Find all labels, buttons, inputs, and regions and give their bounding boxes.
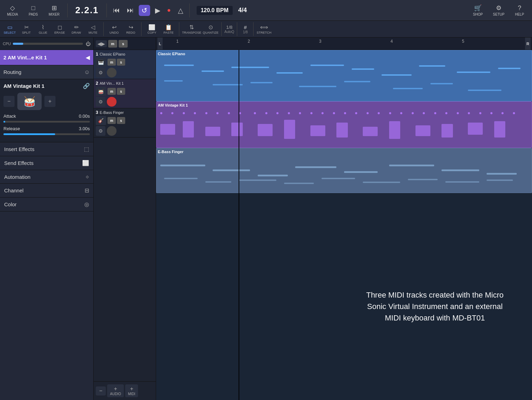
pads-button[interactable]: □ PADS: [24, 2, 42, 19]
track-2-instrument-icon[interactable]: 🥁: [96, 87, 106, 96]
mixer-button[interactable]: ⊞ MIXER: [45, 2, 63, 19]
track-1-record[interactable]: [107, 68, 117, 77]
separator-3: [189, 3, 190, 17]
copy-button[interactable]: ⬜ COPY: [144, 22, 160, 36]
attack-fill: [3, 121, 5, 123]
shop-button[interactable]: 🛒 SHOP: [469, 2, 487, 19]
track-1-settings[interactable]: ⚙: [96, 68, 105, 77]
redo-button[interactable]: ↪ REDO: [123, 22, 138, 36]
undo-button[interactable]: ↩ UNDO: [106, 22, 122, 36]
track-3-record[interactable]: [107, 126, 117, 136]
cpu-track: [13, 43, 83, 45]
track-selector-arrow: ◀: [86, 54, 90, 61]
quantize-button[interactable]: ⊙ QUANTIZE: [203, 22, 219, 36]
instrument-header: AM Vintage Kit 1 🔗: [3, 83, 90, 89]
global-solo-btn[interactable]: s: [119, 40, 128, 48]
track-2-settings[interactable]: ⚙: [96, 97, 105, 107]
ruler-mark-5: 5: [461, 38, 464, 50]
paste-button[interactable]: 📋 PASTE: [161, 22, 176, 36]
separator-tools: [103, 22, 104, 36]
track-3-mute[interactable]: m: [108, 117, 116, 124]
quantize-icon: ⊙: [208, 24, 213, 31]
track-1-name: Classic EPiano: [100, 52, 154, 56]
track-3-instrument-icon[interactable]: 🎸: [96, 116, 106, 125]
metronome-button[interactable]: △: [176, 6, 185, 15]
erase-icon: ◻: [58, 24, 62, 31]
routing-row[interactable]: Routing ☺: [0, 65, 93, 79]
track-collapse-arrow[interactable]: ◀▶: [96, 40, 107, 47]
color-row[interactable]: Color ◎: [0, 198, 93, 211]
split-icon: ✂: [24, 24, 29, 31]
automation-row[interactable]: Automation ⟐: [0, 170, 93, 184]
track-3-clip-row: E-Bass Finger: [156, 148, 532, 193]
track-1-solo[interactable]: s: [117, 59, 125, 66]
autoquantize-control: 1/8 AutoQ: [224, 25, 234, 34]
release-value: 3.00s: [79, 126, 90, 131]
glue-tool[interactable]: ⌇ GLUE: [35, 22, 51, 36]
ruler-mark-1: 1: [175, 38, 179, 50]
routing-label: Routing: [3, 69, 22, 75]
add-audio-button[interactable]: + AUDIO: [107, 384, 124, 397]
ruler-mark-2: 2: [246, 38, 250, 50]
stretch-button[interactable]: ⟺ STRETCH: [256, 22, 272, 36]
drum-clip[interactable]: AM Vintage Kit 1: [156, 101, 532, 148]
instrument-plus-button[interactable]: +: [44, 96, 55, 107]
arrangement-area: L R 1 2 3 4 5 Class: [156, 38, 532, 400]
track-1-instrument-icon[interactable]: 🎹: [96, 58, 106, 67]
mute-tool[interactable]: ◁ MUTE: [85, 22, 101, 36]
split-tool[interactable]: ✂ SPLIT: [19, 22, 34, 36]
track-selector[interactable]: 2 AM Vint...e Kit 1 ◀: [0, 50, 93, 65]
bpm-display[interactable]: 120.0 BPM: [197, 6, 233, 15]
fast-forward-button[interactable]: ⏭: [125, 6, 136, 14]
track-1-mute[interactable]: m: [108, 59, 116, 66]
setup-button[interactable]: ⚙ SETUP: [490, 2, 508, 19]
track-list: ◀▶ m s 1 Classic EPiano 🎹 m s ⚙: [94, 38, 156, 400]
ruler-mark-4: 4: [389, 38, 393, 50]
track-3-solo[interactable]: s: [117, 117, 125, 124]
release-slider[interactable]: [3, 133, 90, 135]
bass-clip[interactable]: E-Bass Finger: [156, 148, 532, 193]
help-button[interactable]: ? HELP: [510, 2, 529, 19]
top-toolbar: ◇ MEDIA □ PADS ⊞ MIXER 2.2.1 ⏮ ⏭ ↺ ▶ ● △…: [0, 0, 532, 21]
attack-slider[interactable]: [3, 121, 90, 123]
insert-effects-row[interactable]: Insert Effects ⬚: [0, 142, 93, 156]
redo-icon: ↪: [129, 24, 133, 31]
info-text: Three MIDI tracks created with the Micro…: [366, 291, 504, 322]
attack-label: Attack: [3, 114, 16, 119]
record-button[interactable]: ●: [165, 7, 173, 14]
l-marker: L: [157, 38, 163, 50]
media-button[interactable]: ◇ MEDIA: [3, 2, 22, 19]
play-button[interactable]: ▶: [153, 6, 162, 15]
cpu-bar: CPU ⏻: [0, 38, 93, 50]
track-3-settings[interactable]: ⚙: [96, 126, 105, 136]
piano-clip[interactable]: Classic EPiano: [156, 50, 532, 101]
track-2-solo[interactable]: s: [117, 88, 125, 95]
remove-track-button[interactable]: −: [96, 386, 106, 395]
track-2-mute[interactable]: m: [108, 88, 116, 95]
track-2-record[interactable]: [107, 97, 117, 107]
separator-grid: [253, 22, 254, 36]
add-midi-button[interactable]: + MIDI: [125, 384, 138, 397]
cpu-fill: [13, 43, 23, 45]
transpose-button[interactable]: ⇅ TRANSPOSE: [182, 22, 201, 36]
color-label: Color: [4, 201, 17, 207]
media-icon: ◇: [10, 4, 15, 12]
loop-button[interactable]: ↺: [139, 5, 150, 16]
undo-icon: ↩: [112, 24, 117, 31]
global-mute-btn[interactable]: m: [108, 40, 117, 48]
separator-2: [106, 3, 107, 17]
paste-icon: 📋: [165, 24, 172, 31]
draw-tool[interactable]: ✏ DRAW: [69, 22, 84, 36]
track-2-clip-row: AM Vintage Kit 1: [156, 101, 532, 148]
rewind-button[interactable]: ⏮: [111, 6, 122, 14]
time-signature[interactable]: 4/4: [238, 7, 247, 14]
erase-tool[interactable]: ◻ ERASE: [52, 22, 67, 36]
send-effects-row[interactable]: Send Effects ⬜: [0, 156, 93, 170]
grid-control: # 1/8: [243, 24, 248, 34]
channel-row[interactable]: Channel ⊟: [0, 184, 93, 198]
track-2-lower: ⚙: [96, 97, 154, 107]
instrument-minus-button[interactable]: −: [3, 96, 15, 107]
track-row-1: 1 Classic EPiano 🎹 m s ⚙: [94, 50, 156, 79]
select-tool[interactable]: ▭ SELECT: [2, 22, 17, 36]
track-1-icons: 🎹 m s: [96, 58, 154, 67]
